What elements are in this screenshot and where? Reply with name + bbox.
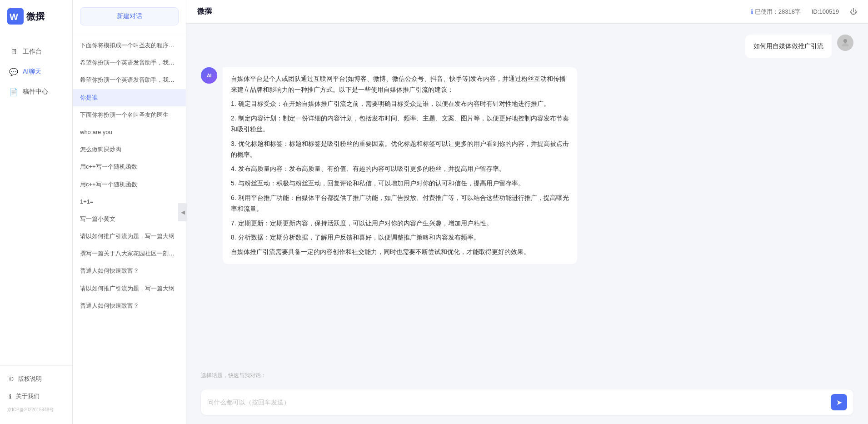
new-chat-button[interactable]: 新建对话 [80, 7, 179, 25]
char-count-icon: ℹ [751, 8, 753, 15]
sidebar-item-ai-chat[interactable]: 💬 AI聊天 [0, 62, 72, 82]
main-chat-area: 微撰 ℹ 已使用：28318字 ID:100519 ⏻ 如何用自媒体做推广引流A… [186, 0, 868, 424]
chat-list-item[interactable]: 下面你将模拟成一个叫圣友的程序员，我说... [73, 37, 186, 54]
icp-text: 京ICP备2022015948号 [0, 405, 72, 415]
chat-list: 下面你将模拟成一个叫圣友的程序员，我说...希望你扮演一个英语发音助手，我提供给… [73, 33, 186, 424]
input-area: ➤ [186, 386, 868, 424]
message-row-assistant: AI自媒体平台是个人或团队通过互联网平台(如博客、微博、微信公众号、抖音、快手等… [201, 67, 853, 264]
chat-list-item[interactable]: 普通人如何快速致富？ [73, 262, 186, 279]
footer-copyright-label: 版权说明 [18, 375, 42, 383]
chat-list-item[interactable]: 下面你将扮演一个名叫圣友的医生 [73, 106, 186, 124]
chat-list-item[interactable]: 请以如何推广引流为题，写一篇大纲 [73, 228, 186, 245]
sidebar-item-ai-chat-label: AI聊天 [23, 68, 41, 76]
chat-list-item[interactable]: 撰写一篇关于八大家花园社区一刻钟便民生... [73, 245, 186, 262]
brand-sidebar: W 微撰 🖥 工作台 💬 AI聊天 📄 稿件中心 © 版权说明 ℹ 关于我们 京… [0, 0, 73, 424]
chat-messages: 如何用自媒体做推广引流AI自媒体平台是个人或团队通过互联网平台(如博客、微博、微… [186, 24, 868, 366]
quick-reply-label: 选择话题，快速与我对话： [201, 372, 853, 379]
chat-list-item[interactable]: 怎么做狗屎炒肉 [73, 141, 186, 158]
user-id-label: ID:100519 [812, 8, 839, 15]
char-count-label: 已使用：28318字 [755, 8, 801, 16]
char-count: ℹ 已使用：28318字 [751, 8, 801, 16]
top-bar: 微撰 ℹ 已使用：28318字 ID:100519 ⏻ [186, 0, 868, 24]
chat-list-item[interactable]: 写一篇小黄文 [73, 210, 186, 228]
chat-list-item[interactable]: who are you [73, 124, 186, 141]
logout-button[interactable]: ⏻ [850, 8, 857, 16]
message-row-user: 如何用自媒体做推广引流 [201, 35, 853, 58]
chat-list-panel: 新建对话 下面你将模拟成一个叫圣友的程序员，我说...希望你扮演一个英语发音助手… [73, 0, 186, 424]
sidebar-item-components-label: 稿件中心 [23, 88, 48, 96]
sidebar-item-workspace-label: 工作台 [23, 48, 42, 56]
page-title: 微撰 [197, 7, 212, 16]
chat-list-item[interactable]: 用c++写一个随机函数 [73, 158, 186, 175]
chat-list-item[interactable]: 1+1= [73, 193, 186, 210]
ai-chat-icon: 💬 [9, 67, 18, 76]
workspace-icon: 🖥 [9, 47, 18, 56]
chat-list-item[interactable]: 请以如何推广引流为题，写一篇大纲 [73, 280, 186, 297]
chat-list-item[interactable]: 希望你扮演一个英语发音助手，我提供给你... [73, 54, 186, 71]
footer-item-about[interactable]: ℹ 关于我们 [0, 388, 72, 405]
ai-avatar: AI [201, 67, 217, 84]
footer-item-copyright[interactable]: © 版权说明 [0, 370, 72, 388]
send-button[interactable]: ➤ [831, 394, 847, 410]
footer-about-label: 关于我们 [16, 392, 40, 400]
chat-list-item[interactable]: 普通人如何快速致富？ [73, 297, 186, 314]
copyright-icon: © [9, 376, 14, 383]
brand-logo-icon: W [7, 8, 24, 25]
svg-text:W: W [10, 12, 18, 22]
brand-logo: W 微撰 [0, 0, 52, 33]
components-icon: 📄 [9, 87, 18, 96]
chat-list-header: 新建对话 [73, 0, 186, 33]
chat-list-item[interactable]: 希望你扮演一个英语发音助手，我提供给你... [73, 71, 186, 89]
send-icon: ➤ [836, 398, 842, 407]
sidebar-item-workspace[interactable]: 🖥 工作台 [0, 42, 72, 62]
brand-title: 微撰 [26, 10, 45, 23]
top-bar-right: ℹ 已使用：28318字 ID:100519 ⏻ [751, 8, 857, 16]
user-avatar [837, 35, 853, 51]
user-message-bubble: 如何用自媒体做推广引流 [745, 35, 832, 58]
nav-items: 🖥 工作台 💬 AI聊天 📄 稿件中心 [0, 33, 72, 365]
quick-reply-area: 选择话题，快速与我对话： [186, 366, 868, 386]
collapse-sidebar-button[interactable]: ◀ [178, 203, 187, 221]
about-icon: ℹ [9, 393, 11, 400]
ai-message-bubble: 自媒体平台是个人或团队通过互联网平台(如博客、微博、微信公众号、抖音、快手等)发… [223, 67, 577, 264]
svg-point-2 [843, 39, 847, 43]
input-box: ➤ [201, 389, 853, 415]
sidebar-item-components[interactable]: 📄 稿件中心 [0, 82, 72, 102]
chat-list-item[interactable]: 用c++写一个随机函数 [73, 176, 186, 193]
sidebar-footer: © 版权说明 ℹ 关于我们 京ICP备2022015948号 [0, 365, 72, 424]
chat-list-item[interactable]: 你是谁 [73, 89, 186, 106]
chat-input[interactable] [207, 396, 826, 409]
